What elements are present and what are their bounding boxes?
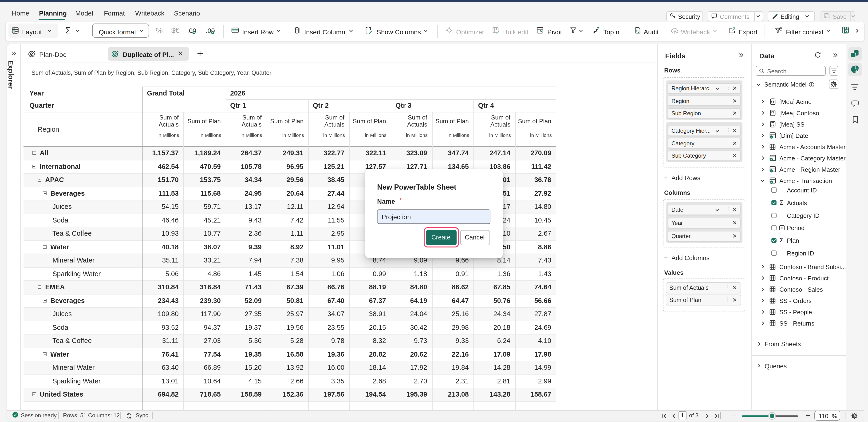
svg-text:18: 18 <box>780 227 783 230</box>
